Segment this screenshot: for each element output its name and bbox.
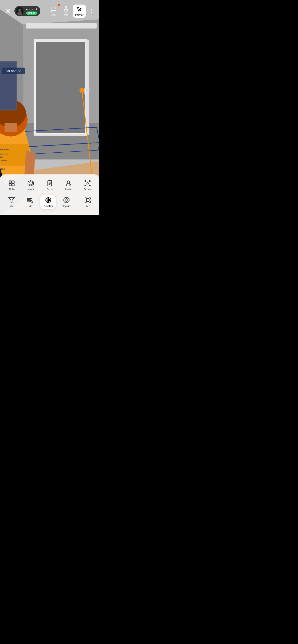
alpha-icon (8, 180, 15, 187)
capture-label: Capture (62, 204, 71, 208)
svg-rect-23 (5, 123, 17, 132)
svg-rect-46 (12, 181, 14, 183)
chat-icon (50, 6, 57, 13)
pointer-label: Pointer (75, 14, 83, 16)
participant-count: 2 (36, 8, 37, 11)
svg-text:augin.app: augin.app (0, 168, 5, 170)
bottom-toolbar: Alpha X-ray (0, 174, 99, 215)
filter-button[interactable]: Filter (4, 195, 20, 209)
edit-label: Edit (28, 204, 32, 208)
svg-point-42 (91, 9, 92, 10)
pointer-icon (76, 6, 83, 13)
svg-text:More than: More than (0, 148, 9, 151)
toolbar-row-1: Alpha X-ray (0, 177, 99, 193)
ar-label: AR (86, 204, 89, 208)
svg-text:120 countries are: 120 countries are (0, 153, 10, 155)
filter-label: Filter (9, 204, 14, 208)
svg-point-57 (87, 182, 88, 184)
svg-marker-66 (9, 198, 14, 203)
scene-label-tag: So-and-so (3, 68, 25, 74)
topbar-right: Chat Mic (48, 4, 95, 18)
svg-line-72 (32, 202, 33, 203)
avatar-label: Avatar (65, 188, 72, 191)
svg-point-56 (67, 181, 70, 183)
alpha-button[interactable]: Alpha (4, 178, 20, 192)
svg-rect-10 (34, 134, 87, 136)
drone-button[interactable]: Drone (80, 178, 95, 192)
svg-rect-13 (84, 88, 85, 94)
svg-line-49 (10, 182, 11, 182)
xray-label: X-ray (28, 188, 34, 191)
svg-text:with us: with us (1, 160, 7, 162)
display-label: Display (43, 204, 53, 208)
edit-button[interactable]: Edit (22, 195, 38, 209)
mic-label: Mic (64, 14, 68, 16)
avatar-button[interactable]: Avatar (61, 178, 76, 192)
pointer-button[interactable]: Pointer (73, 4, 86, 18)
session-name: augin (26, 8, 34, 11)
svg-rect-7 (36, 42, 85, 133)
xray-button[interactable]: X-ray (23, 178, 39, 192)
online-status: Online (26, 12, 37, 14)
docs-label: Docs (47, 188, 53, 191)
mic-button[interactable]: Mic (60, 4, 72, 18)
docs-button[interactable]: Docs (42, 178, 57, 192)
svg-rect-77 (86, 198, 89, 202)
svg-rect-48 (12, 184, 14, 186)
svg-point-38 (18, 9, 21, 12)
toolbar-row-2: Filter Edit (0, 194, 99, 210)
session-badge[interactable]: augin 2 Online (14, 6, 40, 16)
svg-rect-9 (86, 40, 89, 135)
chat-notification-dot (58, 4, 60, 6)
alpha-label: Alpha (9, 188, 15, 191)
avatar-icon (65, 180, 72, 187)
drone-icon (84, 180, 91, 187)
svg-point-44 (91, 12, 92, 13)
svg-rect-8 (34, 39, 87, 42)
drone-label: Drone (84, 188, 91, 191)
more-button[interactable] (87, 7, 95, 15)
svg-point-75 (48, 200, 49, 201)
mic-icon (63, 6, 69, 13)
svg-marker-31 (25, 150, 35, 178)
session-info: augin 2 Online (26, 8, 37, 14)
svg-point-76 (65, 198, 68, 202)
top-bar: augin 2 Online Chat (0, 0, 99, 19)
topbar-left: augin 2 Online (4, 6, 40, 16)
svg-point-43 (91, 10, 92, 12)
capture-icon (63, 196, 70, 204)
chat-label: Chat (51, 14, 56, 16)
xray-icon (27, 180, 34, 187)
docs-icon (46, 180, 53, 187)
close-button[interactable] (4, 7, 13, 15)
ar-icon (84, 196, 91, 204)
avatar (15, 7, 24, 15)
ar-button[interactable]: AR (80, 195, 95, 209)
toolbar-divider (77, 197, 77, 207)
chat-button[interactable]: Chat (48, 4, 59, 18)
svg-marker-51 (29, 182, 32, 185)
svg-rect-47 (9, 184, 12, 186)
svg-point-39 (17, 12, 22, 15)
display-button[interactable]: Display (40, 195, 56, 209)
edit-icon (26, 196, 33, 204)
filter-icon (8, 196, 15, 204)
svg-text:augin': augin' (0, 156, 3, 158)
display-icon (45, 196, 52, 204)
capture-button[interactable]: Capture (59, 195, 74, 209)
svg-rect-5 (26, 23, 96, 28)
